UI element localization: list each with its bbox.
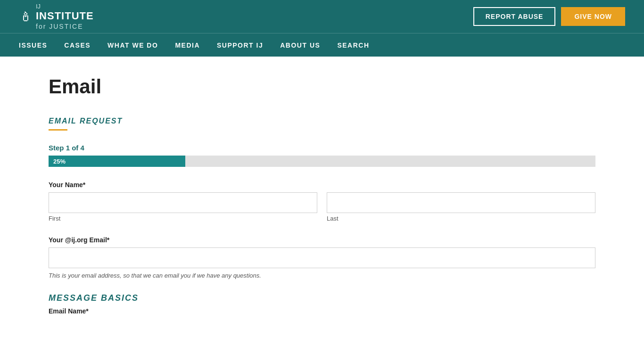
first-sublabel: First bbox=[49, 215, 317, 222]
nav-item-media[interactable]: MEDIA bbox=[175, 35, 200, 56]
header-buttons: REPORT ABUSE GIVE NOW bbox=[473, 7, 625, 26]
email-name-label: Email Name* bbox=[49, 307, 89, 315]
your-name-group: Your Name* First Last bbox=[49, 181, 595, 222]
your-name-label: Your Name* bbox=[49, 181, 595, 189]
logo-flame-icon: 🕯 bbox=[19, 9, 32, 25]
step-label: Step 1 of 4 bbox=[49, 144, 595, 152]
last-name-input[interactable] bbox=[327, 192, 595, 213]
report-abuse-button[interactable]: REPORT ABUSE bbox=[473, 7, 556, 26]
first-name-field: First bbox=[49, 192, 317, 222]
progress-percent-label: 25% bbox=[53, 158, 66, 165]
logo-institute: INSTITUTE bbox=[36, 10, 94, 22]
nav-item-what-we-do[interactable]: WHAT WE DO bbox=[107, 35, 158, 56]
progress-bar-fill: 25% bbox=[49, 156, 185, 167]
nav-item-issues[interactable]: ISSUES bbox=[19, 35, 47, 56]
email-request-heading: EMAIL REQUEST bbox=[49, 117, 595, 125]
last-sublabel: Last bbox=[327, 215, 595, 222]
logo-area: 🕯 IJ INSTITUTE for JUSTICE bbox=[19, 3, 94, 31]
header-top: 🕯 IJ INSTITUTE for JUSTICE REPORT ABUSE … bbox=[0, 0, 644, 33]
nav-item-support-ij[interactable]: SUPPORT IJ bbox=[217, 35, 263, 56]
section-divider bbox=[49, 129, 67, 131]
email-label: Your @ij.org Email* bbox=[49, 236, 595, 244]
last-name-field: Last bbox=[327, 192, 595, 222]
message-basics-heading: MESSAGE BASICS bbox=[49, 293, 595, 303]
main-nav: ISSUES CASES WHAT WE DO MEDIA SUPPORT IJ… bbox=[0, 33, 644, 57]
nav-item-cases[interactable]: CASES bbox=[64, 35, 91, 56]
name-fields: First Last bbox=[49, 192, 595, 222]
email-hint: This is your email address, so that we c… bbox=[49, 272, 595, 279]
logo-ij: IJ bbox=[36, 3, 94, 10]
progress-bar-container: 25% bbox=[49, 156, 595, 167]
page-title: Email bbox=[49, 75, 595, 98]
logo-for-justice: for JUSTICE bbox=[36, 23, 94, 31]
main-content: Email EMAIL REQUEST Step 1 of 4 25% Your… bbox=[30, 57, 614, 348]
nav-item-about-us[interactable]: ABOUT US bbox=[280, 35, 320, 56]
nav-item-search[interactable]: SEARCH bbox=[337, 35, 369, 56]
give-now-button[interactable]: GIVE NOW bbox=[561, 7, 625, 26]
first-name-input[interactable] bbox=[49, 192, 317, 213]
logo-text: IJ INSTITUTE for JUSTICE bbox=[36, 3, 94, 31]
email-group: Your @ij.org Email* This is your email a… bbox=[49, 236, 595, 279]
email-input[interactable] bbox=[49, 247, 595, 268]
email-name-group: Email Name* bbox=[49, 307, 595, 315]
